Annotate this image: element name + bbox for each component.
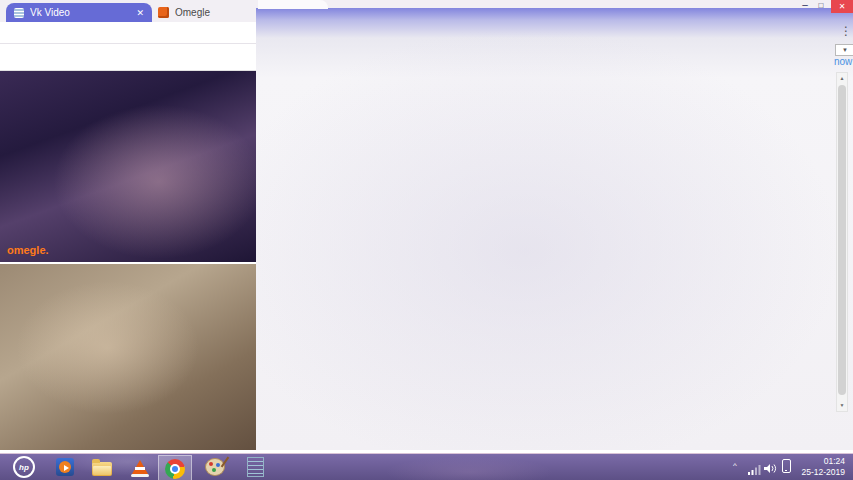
close-button[interactable]: ✕ — [831, 0, 853, 13]
video-watermark: omegle. — [7, 244, 49, 256]
device-icon[interactable] — [782, 459, 791, 473]
notepad-button[interactable] — [243, 456, 267, 478]
clock-time: 01:24 — [793, 456, 845, 467]
minimize-button[interactable]: – — [798, 0, 812, 12]
blurred-overlay-window — [256, 8, 853, 450]
file-explorer-button[interactable] — [90, 456, 114, 478]
omegle-favicon-icon — [158, 7, 169, 18]
tab-vk-video[interactable]: Vk Video ✕ — [6, 3, 152, 22]
paint-palette-icon — [205, 458, 225, 476]
scroll-up-icon[interactable]: ▲ — [837, 73, 847, 84]
language-dropdown[interactable]: ▼ — [835, 44, 853, 56]
page-scrollbar[interactable]: ▲ ▼ — [836, 72, 848, 412]
tab-omegle[interactable]: Omegle — [158, 3, 210, 22]
folder-icon — [92, 462, 112, 476]
chrome-icon — [165, 459, 185, 479]
tab-label: Omegle — [175, 7, 210, 18]
media-player-button[interactable] — [53, 456, 77, 478]
browser-menu-icon[interactable]: ⋮ — [840, 24, 852, 38]
chrome-button-active[interactable] — [158, 455, 192, 480]
clock-date: 25-12-2019 — [793, 467, 845, 478]
video-feed-bottom — [0, 264, 256, 450]
tab-label: Vk Video — [30, 7, 130, 18]
vk-favicon-icon — [14, 8, 24, 18]
scrollbar-thumb[interactable] — [838, 85, 846, 395]
maximize-button[interactable]: □ — [814, 0, 828, 12]
video-feed-top — [0, 71, 256, 262]
now-link[interactable]: now — [834, 56, 852, 67]
tray-expand-icon[interactable]: ^ — [733, 461, 737, 470]
hp-logo-icon: hp — [13, 456, 35, 478]
notepad-icon — [247, 457, 264, 477]
media-player-icon — [56, 458, 74, 476]
network-signal-icon[interactable] — [748, 461, 761, 479]
vlc-button[interactable] — [128, 456, 152, 478]
scroll-down-icon[interactable]: ▼ — [837, 400, 847, 411]
paint-button[interactable] — [203, 456, 227, 478]
overlay-corner — [258, 0, 328, 9]
hp-start-button[interactable]: hp — [12, 456, 36, 478]
tab-close-icon[interactable]: ✕ — [136, 8, 144, 18]
taskbar-clock[interactable]: 01:24 25-12-2019 — [793, 456, 845, 478]
volume-icon[interactable] — [764, 460, 777, 478]
vlc-cone-icon — [132, 460, 148, 474]
